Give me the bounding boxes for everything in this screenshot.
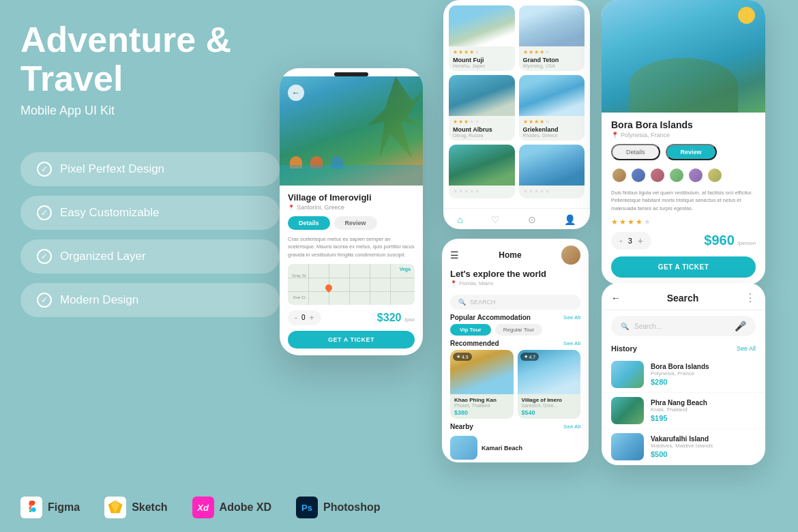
history-item-2[interactable]: Phra Nang Beach Krabi, Thailand $195: [602, 393, 765, 429]
history-info-1: Bora Bora Islands Polynesia, France $280: [651, 363, 756, 386]
bora-qty-minus[interactable]: -: [619, 235, 623, 246]
history-price-2: $195: [651, 414, 756, 422]
fuji-stars: ★ ★ ★ ★ ★: [453, 49, 511, 55]
star-3: ★: [464, 188, 469, 194]
star-5: ★: [545, 188, 550, 194]
fuji-image: [449, 5, 515, 46]
qty-plus[interactable]: +: [310, 313, 314, 323]
grid-row-1: ★ ★ ★ ★ ★ Mount Fuji Honshu, Japan ★ ★: [449, 5, 585, 71]
history-loc-2: Krabi, Thailand: [651, 407, 756, 413]
b-star-1: ★: [611, 218, 618, 226]
search-back-button[interactable]: ←: [611, 293, 621, 304]
history-loc-3: Maldives, Maldive Islands: [651, 443, 756, 449]
more-options-icon[interactable]: ⋮: [745, 291, 756, 304]
place-location: 📍 Santorini, Greece: [288, 204, 415, 211]
fuji-location: Honshu, Japan: [453, 63, 511, 68]
check-icon-2: ✓: [37, 205, 52, 220]
nav-profile-icon[interactable]: 👤: [564, 214, 576, 225]
regular-tour-tab[interactable]: Regular Tour: [495, 324, 543, 336]
griek-location: Rhodes, Greece: [523, 133, 581, 138]
vip-tour-tab[interactable]: Vip Tour: [450, 324, 491, 336]
history-thumb-vak: [611, 433, 644, 460]
grid-card-3a[interactable]: ★ ★ ★ ★ ★: [449, 145, 515, 198]
bottom-nav[interactable]: ⌂ ♡ ⊙ 👤: [443, 208, 590, 229]
rec-card-2[interactable]: ★ 4.7 Village of Imero Santorini, Gree..…: [518, 350, 581, 419]
back-button[interactable]: ←: [288, 85, 304, 101]
rec-price-2: $540: [522, 409, 577, 416]
teton-image: [519, 5, 585, 46]
grid-card-fuji[interactable]: ★ ★ ★ ★ ★ Mount Fuji Honshu, Japan: [449, 5, 515, 71]
star-5: ★: [545, 119, 550, 125]
bora-location: 📍 Polynesia, France: [611, 132, 756, 138]
nearby-see-all[interactable]: See All: [563, 424, 580, 430]
bora-tabs[interactable]: Details Review: [611, 144, 756, 160]
map-view: Vega Gray St Eve Ct: [288, 264, 415, 305]
bora-price: $960: [704, 233, 735, 248]
history-info-2: Phra Nang Beach Krabi, Thailand $195: [651, 399, 756, 422]
nav-heart-icon[interactable]: ♡: [491, 214, 500, 225]
star-4: ★: [540, 119, 544, 125]
search-icon: 🔍: [458, 299, 466, 306]
explore-heading: Let's explore the world: [450, 269, 580, 279]
star-4: ★: [469, 188, 474, 194]
history-title: History: [611, 344, 637, 353]
recommended-title: Recommended: [450, 340, 499, 347]
phone-1-hero: ←: [280, 76, 423, 186]
qty-minus[interactable]: -: [295, 313, 297, 323]
bora-quantity-control[interactable]: - 3 +: [611, 232, 651, 250]
tab-details[interactable]: Details: [288, 216, 330, 230]
bora-qty-plus[interactable]: +: [638, 235, 643, 246]
grid-row-3: ★ ★ ★ ★ ★ ★ ★ ★ ★ ★: [449, 145, 585, 198]
grid-card-griek[interactable]: ★ ★ ★ ★ ★ Griekenland Rhodes, Greece: [519, 75, 585, 141]
history-see-all[interactable]: See All: [737, 345, 756, 352]
b-star-5: ★: [644, 218, 651, 226]
star-2: ★: [458, 188, 463, 194]
bora-qty-value: 3: [628, 237, 632, 245]
home-header: ☰ Home: [442, 239, 589, 269]
search-input-bar[interactable]: 🔍 Search... 🎤: [611, 316, 756, 336]
rec-card-1[interactable]: ★ 4.9 Khao Phing Kan Phuket, Thailand $3…: [450, 350, 514, 419]
star-3: ★: [464, 49, 469, 55]
review-text: Duis finibus ligula vel quam vestibulum,…: [611, 189, 756, 212]
albrus-body: ★ ★ ★ ★ ★ Mount Albrus Okrug, Russia: [449, 116, 515, 141]
star-2: ★: [529, 119, 533, 125]
bora-tab-review[interactable]: Review: [666, 144, 717, 160]
bora-price-display: $960 /person: [704, 233, 756, 248]
phone-grid-destinations: ★ ★ ★ ★ ★ Mount Fuji Honshu, Japan ★ ★: [443, 0, 590, 229]
feature-label-3: Organized Layer: [60, 250, 146, 263]
popular-see-all[interactable]: See All: [563, 314, 580, 321]
quantity-control[interactable]: - 0 +: [288, 310, 321, 325]
nearby-section-header: Nearby See All: [442, 423, 589, 430]
detail-tabs[interactable]: Details Review: [288, 216, 415, 230]
water-decoration: [280, 165, 423, 186]
search-bar[interactable]: 🔍 SEARCH: [450, 295, 580, 310]
albrus-image: [449, 75, 515, 116]
nav-search-icon[interactable]: ⊙: [528, 214, 536, 225]
star-5: ★: [475, 188, 479, 194]
griek-body: ★ ★ ★ ★ ★ Griekenland Rhodes, Greece: [519, 116, 585, 141]
recommended-grid: ★ 4.9 Khao Phing Kan Phuket, Thailand $3…: [442, 350, 589, 419]
tab-review[interactable]: Review: [334, 216, 377, 230]
adobexd-icon: Xd: [192, 497, 214, 518]
card3a-stars: ★ ★ ★ ★ ★: [453, 188, 511, 194]
tour-tabs[interactable]: Vip Tour Regular Tour: [442, 324, 589, 336]
bora-tab-details[interactable]: Details: [611, 144, 660, 160]
bora-get-ticket-button[interactable]: GET A TICKET: [611, 256, 756, 278]
get-ticket-button[interactable]: GET A TICKET: [288, 331, 415, 349]
search-mic-icon: 🎤: [735, 321, 746, 331]
grid-card-3b[interactable]: ★ ★ ★ ★ ★: [519, 145, 585, 198]
history-thumb-bora: [611, 361, 644, 388]
history-item-3[interactable]: Vakarufalhi Island Maldives, Maldive Isl…: [602, 429, 765, 465]
grid-card-albrus[interactable]: ★ ★ ★ ★ ★ Mount Albrus Okrug, Russia: [449, 75, 515, 141]
place-name: Village of Imerovigli: [288, 192, 415, 203]
map-grid: [288, 264, 415, 305]
history-item-1[interactable]: Bora Bora Islands Polynesia, France $280: [602, 357, 765, 393]
sketch-icon: [104, 497, 126, 518]
grid-card-teton[interactable]: ★ ★ ★ ★ ★ Grand Teton Wyoming, USA: [519, 5, 585, 71]
nav-home-icon[interactable]: ⌂: [458, 214, 463, 225]
price-per: /pax: [404, 316, 415, 323]
recommended-see-all[interactable]: See All: [563, 340, 580, 346]
bora-name: Bora Bora Islands: [611, 119, 756, 130]
history-name-2: Phra Nang Beach: [651, 399, 756, 407]
hamburger-icon[interactable]: ☰: [450, 250, 459, 261]
